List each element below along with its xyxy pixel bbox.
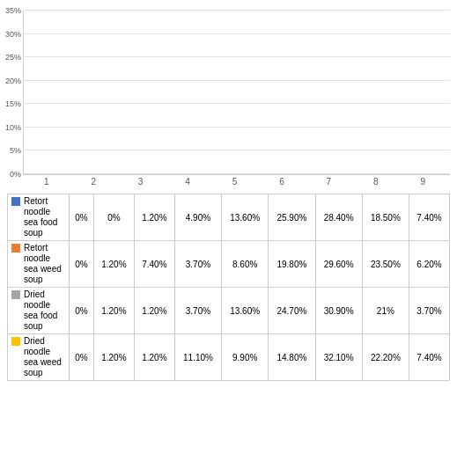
y-tick-label: 0% xyxy=(10,170,21,179)
table-cell: 14.80% xyxy=(269,334,315,381)
table-cell: 23.50% xyxy=(362,241,409,288)
row-label-cell: Dried noodle sea weed soup xyxy=(8,334,70,381)
y-tick-label: 30% xyxy=(5,30,21,39)
table-cell: 3.70% xyxy=(174,241,221,288)
y-tick-label: 5% xyxy=(10,146,21,155)
table-cell: 22.20% xyxy=(362,334,409,381)
table-cell: 24.70% xyxy=(269,288,315,334)
x-tick-label: 1 xyxy=(23,177,70,187)
row-label-cell: Dried noodle sea food soup xyxy=(8,288,70,334)
x-tick-label: 6 xyxy=(258,177,305,187)
legend-color-box xyxy=(11,290,20,299)
table-row: Retort noodle sea weed soup0%1.20%7.40%3… xyxy=(8,241,450,288)
table-cell: 7.40% xyxy=(409,194,449,241)
table-row: Dried noodle sea food soup0%1.20%1.20%3.… xyxy=(8,288,450,334)
y-tick-label: 35% xyxy=(5,6,21,15)
table-cell: 13.60% xyxy=(222,288,269,334)
x-axis: 123456789 xyxy=(23,177,450,187)
table-cell: 1.20% xyxy=(93,241,134,288)
table-cell: 4.90% xyxy=(174,194,221,241)
row-label-cell: Retort noodle sea weed soup xyxy=(8,241,70,288)
table-cell: 29.60% xyxy=(315,241,362,288)
table-cell: 1.20% xyxy=(93,334,134,381)
table-cell: 32.10% xyxy=(315,334,362,381)
y-tick-label: 15% xyxy=(5,99,21,108)
table-cell: 9.90% xyxy=(222,334,269,381)
table-row: Dried noodle sea weed soup0%1.20%1.20%11… xyxy=(8,334,450,381)
x-tick-label: 4 xyxy=(164,177,210,187)
table-cell: 7.40% xyxy=(134,241,174,288)
row-label-text: Retort noodle sea food soup xyxy=(24,196,66,238)
table-cell: 3.70% xyxy=(409,288,449,334)
x-tick-label: 5 xyxy=(211,177,258,187)
table-cell: 1.20% xyxy=(134,194,174,241)
row-label-text: Dried noodle sea food soup xyxy=(24,289,66,332)
chart-area: 35%30%25%20%15%10%5%0% 123456789 xyxy=(7,11,450,187)
table-cell: 1.20% xyxy=(93,288,134,334)
table-cell: 21% xyxy=(362,288,409,334)
table-cell: 0% xyxy=(70,288,94,334)
legend-color-box xyxy=(11,244,20,253)
legend-color-box xyxy=(11,197,20,206)
table-cell: 6.20% xyxy=(409,241,449,288)
table-cell: 0% xyxy=(70,241,94,288)
table-cell: 25.90% xyxy=(269,194,315,241)
table-cell: 11.10% xyxy=(174,334,221,381)
table-cell: 18.50% xyxy=(362,194,409,241)
table-cell: 0% xyxy=(70,334,94,381)
table-row: Retort noodle sea food soup0%0%1.20%4.90… xyxy=(8,194,450,241)
table-cell: 8.60% xyxy=(222,241,269,288)
row-label-text: Retort noodle sea weed soup xyxy=(24,243,66,285)
x-tick-label: 7 xyxy=(306,177,352,187)
table-cell: 1.20% xyxy=(134,288,174,334)
y-tick-label: 20% xyxy=(5,77,21,85)
table-cell: 13.60% xyxy=(222,194,269,241)
table-cell: 7.40% xyxy=(409,334,449,381)
legend-color-box xyxy=(11,337,20,346)
row-label-text: Dried noodle sea weed soup xyxy=(24,336,66,378)
row-label-cell: Retort noodle sea food soup xyxy=(8,194,70,241)
table-cell: 28.40% xyxy=(315,194,362,241)
main-container: 35%30%25%20%15%10%5%0% 123456789 Retort … xyxy=(0,0,457,476)
y-tick-label: 10% xyxy=(5,123,21,132)
x-tick-label: 9 xyxy=(400,177,446,187)
y-tick-label: 25% xyxy=(5,53,21,62)
chart-plot: 35%30%25%20%15%10%5%0% xyxy=(23,11,450,175)
table-cell: 30.90% xyxy=(315,288,362,334)
x-tick-label: 8 xyxy=(352,177,399,187)
table-cell: 0% xyxy=(93,194,134,241)
table-cell: 1.20% xyxy=(134,334,174,381)
x-tick-label: 3 xyxy=(117,177,164,187)
chart-inner: 35%30%25%20%15%10%5%0% 123456789 xyxy=(23,11,450,187)
table-cell: 3.70% xyxy=(174,288,221,334)
table-cell: 0% xyxy=(70,194,94,241)
bar-groups xyxy=(24,11,450,174)
x-tick-label: 2 xyxy=(70,177,116,187)
data-table: Retort noodle sea food soup0%0%1.20%4.90… xyxy=(7,194,450,381)
table-cell: 19.80% xyxy=(269,241,315,288)
